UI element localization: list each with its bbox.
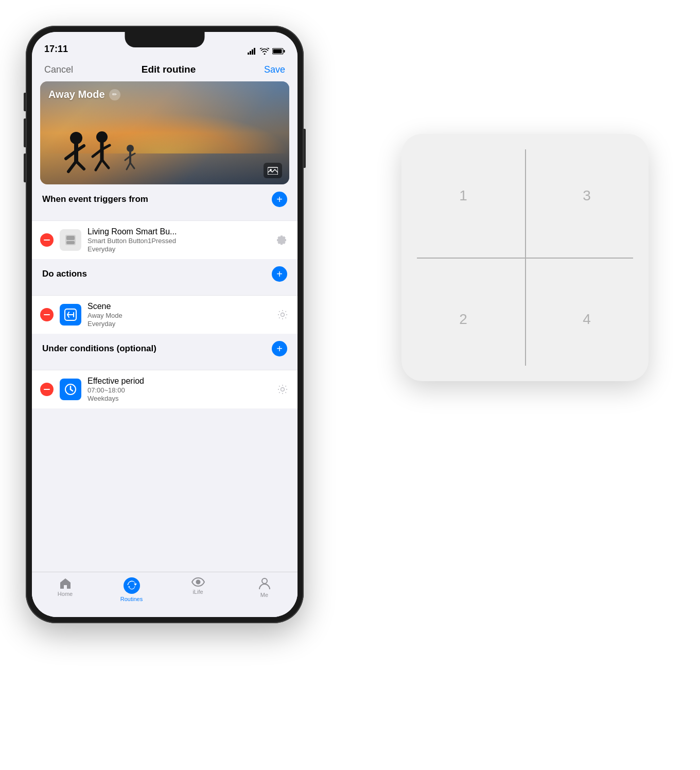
tab-me[interactable]: Me <box>231 577 297 598</box>
tab-routines[interactable]: Routines <box>98 577 165 602</box>
svg-line-36 <box>71 389 73 391</box>
scene-action-title: Scene <box>87 302 270 311</box>
trigger-item: Living Room Smart Bu... Smart Button But… <box>32 220 297 259</box>
widget-quadrant-4[interactable]: 4 <box>525 258 649 381</box>
svg-rect-0 <box>248 53 249 55</box>
svg-rect-28 <box>66 236 75 240</box>
period-icon <box>60 379 81 400</box>
conditions-header-text: Under conditions (optional) <box>42 344 156 354</box>
tab-me-label: Me <box>260 592 268 598</box>
phone-frame: 17:11 <box>26 26 304 623</box>
notch <box>125 32 205 47</box>
svg-line-23 <box>127 163 130 169</box>
when-section: Living Room Smart Bu... Smart Button But… <box>32 220 297 259</box>
screen-content: Cancel Edit routine Save <box>32 58 297 617</box>
scene-remove-button[interactable] <box>40 308 54 321</box>
svg-rect-2 <box>252 49 253 55</box>
effective-period-item: Effective period 07:00~18:00 Weekdays <box>32 370 297 408</box>
person-icon <box>259 577 270 590</box>
conditions-add-button[interactable]: + <box>272 341 287 356</box>
cancel-button[interactable]: Cancel <box>44 64 73 75</box>
hero-label-container: Away Mode ✏ <box>48 89 120 100</box>
hero-change-image-icon[interactable] <box>264 163 282 178</box>
tab-ilife[interactable]: iLife <box>165 577 231 595</box>
do-header-text: Do actions <box>42 269 87 279</box>
routines-icon-bg <box>124 577 140 594</box>
vol-up-button <box>24 118 26 147</box>
trigger-gear-button[interactable] <box>276 233 289 247</box>
phone-screen: 17:11 <box>32 32 297 617</box>
trigger-subtitle2: Everyday <box>87 245 270 253</box>
page-title: Edit routine <box>142 64 196 75</box>
svg-rect-1 <box>250 51 251 55</box>
when-section-header: When event triggers from + <box>32 184 297 214</box>
svg-rect-5 <box>284 50 285 53</box>
clock-icon <box>64 383 77 396</box>
tab-routines-label: Routines <box>120 596 143 602</box>
trigger-title: Living Room Smart Bu... <box>87 227 270 236</box>
battery-icon <box>272 48 285 55</box>
svg-point-39 <box>262 578 267 584</box>
eye-icon <box>191 577 205 587</box>
tab-home[interactable]: Home <box>32 577 98 597</box>
period-remove-button[interactable] <box>40 383 54 396</box>
status-time: 17:11 <box>44 44 68 55</box>
device-widget: 1 3 2 4 <box>401 134 649 381</box>
trigger-item-text: Living Room Smart Bu... Smart Button But… <box>87 227 270 253</box>
widget-quadrant-3[interactable]: 3 <box>525 134 649 258</box>
period-title: Effective period <box>87 377 270 386</box>
period-subtitle1: 07:00~18:00 <box>87 386 270 394</box>
routines-icon <box>127 580 137 591</box>
hero-edit-icon[interactable]: ✏ <box>109 89 120 100</box>
do-add-button[interactable]: + <box>272 266 287 282</box>
svg-line-11 <box>68 161 76 172</box>
svg-line-18 <box>102 160 109 168</box>
widget-label-4: 4 <box>583 311 591 328</box>
svg-point-19 <box>127 145 134 152</box>
do-section: Scene Away Mode Everyday <box>32 295 297 334</box>
svg-rect-29 <box>66 241 75 244</box>
trigger-subtitle1: Smart Button Button1Pressed <box>87 237 270 245</box>
save-button[interactable]: Save <box>264 64 285 75</box>
tab-home-label: Home <box>58 591 73 597</box>
widget-label-2: 2 <box>459 311 467 328</box>
when-header-text: When event triggers from <box>42 194 148 204</box>
scene-gear-button[interactable] <box>276 308 289 321</box>
power-button <box>304 129 306 168</box>
trigger-icon <box>60 229 81 251</box>
vol-down-button <box>24 153 26 182</box>
when-add-button[interactable]: + <box>272 192 287 207</box>
signal-icon <box>248 48 257 55</box>
widget-divider-v <box>525 149 526 366</box>
hero-name-text: Away Mode <box>48 89 105 100</box>
tab-bar: Home Routines <box>32 572 297 617</box>
main-container: 17:11 <box>0 0 700 770</box>
svg-point-37 <box>281 388 285 391</box>
svg-line-17 <box>96 160 102 170</box>
svg-line-24 <box>130 163 134 168</box>
hero-image[interactable]: Away Mode ✏ <box>40 81 289 184</box>
period-item-text: Effective period 07:00~18:00 Weekdays <box>87 377 270 402</box>
smart-button-icon <box>63 233 78 247</box>
wifi-icon <box>260 48 269 55</box>
scene-action-subtitle1: Away Mode <box>87 312 270 319</box>
nav-bar: Cancel Edit routine Save <box>32 58 297 81</box>
conditions-section-header: Under conditions (optional) + <box>32 334 297 364</box>
svg-point-33 <box>281 313 285 317</box>
scene-action-subtitle2: Everyday <box>87 320 270 328</box>
conditions-section: Effective period 07:00~18:00 Weekdays <box>32 370 297 408</box>
do-section-header: Do actions + <box>32 259 297 289</box>
svg-point-38 <box>196 580 200 584</box>
widget-quadrant-2[interactable]: 2 <box>401 258 525 381</box>
svg-rect-6 <box>273 49 282 54</box>
scene-action-icon <box>64 308 77 321</box>
period-subtitle2: Weekdays <box>87 395 270 402</box>
widget-label-1: 1 <box>459 187 467 204</box>
svg-line-12 <box>76 161 84 169</box>
home-icon <box>59 577 72 589</box>
status-icons <box>248 48 285 55</box>
period-gear-button[interactable] <box>276 383 289 396</box>
trigger-remove-button[interactable] <box>40 233 54 247</box>
scene-icon <box>60 304 81 326</box>
widget-quadrant-1[interactable]: 1 <box>401 134 525 258</box>
